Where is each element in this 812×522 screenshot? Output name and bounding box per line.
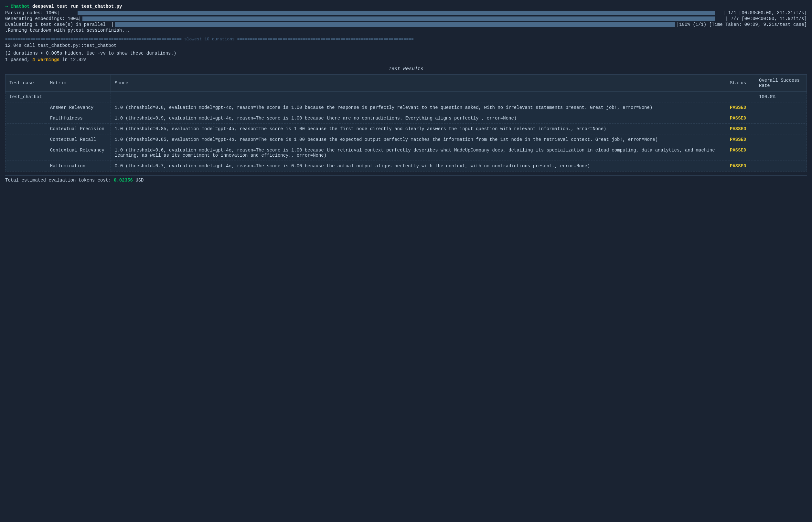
cell-metric-5: Contextual Relevancy (46, 145, 111, 161)
header-testcase: Test case (5, 75, 46, 92)
parsing-info: | 1/1 [00:00<00:00, 311.31it/s] (716, 10, 807, 16)
cell-score-4: 1.0 (threshold=0.85, evaluation model=gp… (111, 134, 726, 145)
embeddings-bar-container (82, 17, 715, 21)
cell-metric-6: Hallucination (46, 161, 111, 172)
header-row: Test case Metric Score Status Overall Su… (5, 75, 807, 92)
cell-success-3 (755, 124, 807, 134)
cell-score-6: 0.0 (threshold=0.7, evaluation model=gpt… (111, 161, 726, 172)
table-row: Faithfulness 1.0 (threshold=0.9, evaluat… (5, 113, 807, 124)
cost-prefix: Total estimated evaluation tokens cost: (5, 178, 114, 183)
cell-status-1: PASSED (726, 102, 755, 113)
cell-testcase-0: test_chatbot (5, 92, 46, 102)
cell-score-5: 1.0 (threshold=0.6, evaluation model=gpt… (111, 145, 726, 161)
cell-status-5: PASSED (726, 145, 755, 161)
evaluating-info: |100% (1/1) [Time Taken: 00:09, 9.21s/te… (677, 22, 807, 27)
cell-success-4 (755, 134, 807, 145)
cell-testcase-3 (5, 124, 46, 134)
cell-status-2: PASSED (726, 113, 755, 124)
running-line: .Running teardown with pytest sessionfin… (5, 28, 807, 33)
warnings-text: 4 warnings (32, 57, 59, 62)
result-line: 1 passed, 4 warnings in 12.82s (5, 57, 807, 62)
evaluating-label: Evaluating 1 test case(s) in parallel: | (5, 22, 114, 27)
embeddings-bar-fill (82, 17, 715, 21)
cell-metric-4: Contextual Recall (46, 134, 111, 145)
header-metric: Metric (46, 75, 111, 92)
cell-success-5 (755, 145, 807, 161)
cell-score-3: 1.0 (threshold=0.85, evaluation model=gp… (111, 124, 726, 134)
evaluating-bar-container (115, 22, 675, 27)
cell-status-3: PASSED (726, 124, 755, 134)
progress-parsing: Parsing nodes: 100%| | 1/1 [00:00<00:00,… (5, 10, 807, 16)
cell-score-0 (111, 92, 726, 102)
terminal-window: → Chatbot deepeval test run test_chatbot… (0, 0, 812, 189)
parsing-bar-fill (78, 11, 715, 15)
command-line: → Chatbot deepeval test run test_chatbot… (5, 4, 807, 9)
divider-line: ========================================… (5, 37, 807, 42)
command-text: deepeval test run test_chatbot.py (32, 4, 122, 9)
cell-success-1 (755, 102, 807, 113)
cell-score-2: 1.0 (threshold=0.9, evaluation model=gpt… (111, 113, 726, 124)
passed-text: 1 passed, (5, 57, 32, 62)
evaluating-bar-fill (115, 22, 675, 27)
cell-testcase-5 (5, 145, 46, 161)
cell-metric-1: Answer Relevancy (46, 102, 111, 113)
table-row: Contextual Relevancy 1.0 (threshold=0.6,… (5, 145, 807, 161)
parsing-label: Parsing nodes: 100%| (5, 10, 76, 16)
cell-success-0: 100.0% (755, 92, 807, 102)
cost-line: Total estimated evaluation tokens cost: … (5, 175, 807, 185)
header-status: Status (726, 75, 755, 92)
test-results-title: Test Results (5, 66, 807, 72)
cell-status-6: PASSED (726, 161, 755, 172)
duration-line: 12.04s call test_chatbot.py::test_chatbo… (5, 43, 807, 48)
cell-success-6 (755, 161, 807, 172)
table-body: test_chatbot 100.0% Answer Relevancy 1.0… (5, 92, 807, 172)
hidden-durations-line: (2 durations < 0.005s hidden. Use -vv to… (5, 51, 807, 56)
embeddings-info: | 7/7 [00:00<00:00, 11.92it/s] (716, 16, 807, 21)
header-success-rate: Overall Success Rate (755, 75, 807, 92)
parsing-bar-container (78, 11, 715, 15)
header-score: Score (111, 75, 726, 92)
progress-embeddings: Generating embeddings: 100%| | 7/7 [00:0… (5, 16, 807, 21)
cell-metric-2: Faithfulness (46, 113, 111, 124)
table-row: Contextual Recall 1.0 (threshold=0.85, e… (5, 134, 807, 145)
cell-metric-0 (46, 92, 111, 102)
table-row: Hallucination 0.0 (threshold=0.7, evalua… (5, 161, 807, 172)
cell-testcase-2 (5, 113, 46, 124)
table-row: Contextual Precision 1.0 (threshold=0.85… (5, 124, 807, 134)
time-text: in 12.82s (59, 57, 86, 62)
table-row: test_chatbot 100.0% (5, 92, 807, 102)
table-row: Answer Relevancy 1.0 (threshold=0.8, eva… (5, 102, 807, 113)
cell-status-0 (726, 92, 755, 102)
cell-success-2 (755, 113, 807, 124)
cell-testcase-4 (5, 134, 46, 145)
arrow-icon: → (5, 4, 8, 9)
embeddings-label: Generating embeddings: 100%| (5, 16, 81, 21)
cell-testcase-1 (5, 102, 46, 113)
table-header: Test case Metric Score Status Overall Su… (5, 75, 807, 92)
cell-score-1: 1.0 (threshold=0.8, evaluation model=gpt… (111, 102, 726, 113)
cell-testcase-6 (5, 161, 46, 172)
chatbot-label: Chatbot (11, 4, 30, 9)
cell-metric-3: Contextual Precision (46, 124, 111, 134)
cost-value: 0.02356 (114, 178, 133, 183)
cost-suffix: USD (133, 178, 144, 183)
progress-evaluating: Evaluating 1 test case(s) in parallel: |… (5, 22, 807, 27)
cell-status-4: PASSED (726, 134, 755, 145)
results-table: Test case Metric Score Status Overall Su… (5, 74, 807, 172)
